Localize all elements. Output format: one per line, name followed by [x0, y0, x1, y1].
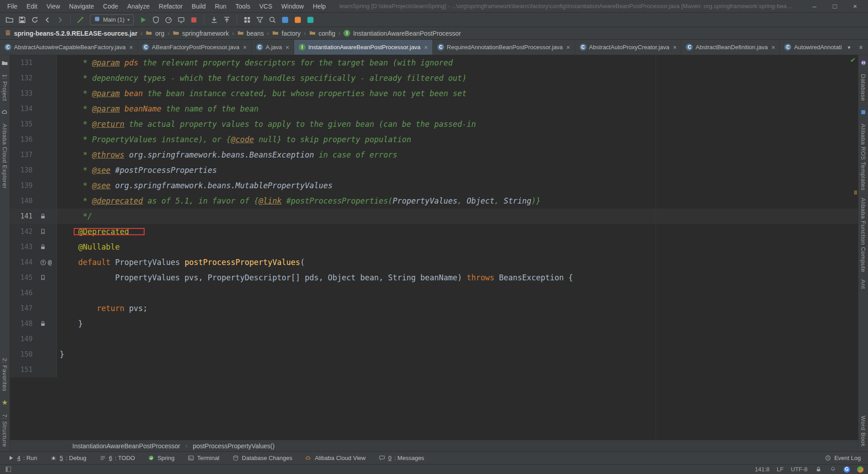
- menu-file[interactable]: File: [3, 3, 22, 10]
- toolwindow-button--messages[interactable]: 0: Messages: [378, 455, 424, 462]
- line-number[interactable]: 150: [10, 347, 37, 362]
- code-line[interactable]: 149: [10, 331, 858, 347]
- run-config-combo[interactable]: Main (1)▾: [90, 14, 134, 25]
- breadcrumb-item[interactable]: springframework: [173, 29, 229, 37]
- line-number[interactable]: 146: [10, 285, 37, 301]
- code-line[interactable]: 131 * @param pds the relevant property d…: [10, 55, 858, 70]
- editor-breadcrumb-item[interactable]: InstantiationAwareBeanPostProcessor: [72, 442, 180, 450]
- breadcrumb-item[interactable]: IInstantiationAwareBeanPostProcessor: [343, 30, 461, 37]
- code-line[interactable]: 142 @Deprecated: [10, 224, 858, 239]
- line-number[interactable]: 139: [10, 178, 37, 193]
- editor-breadcrumb-item[interactable]: postProcessPropertyValues(): [193, 442, 275, 450]
- toolwindow-button-database[interactable]: Database: [860, 74, 867, 101]
- breadcrumb-item[interactable]: factory: [272, 29, 300, 37]
- maven-icon[interactable]: [859, 59, 868, 67]
- code-line[interactable]: 147 return pvs;: [10, 301, 858, 316]
- network-plugin-icon[interactable]: [857, 466, 863, 473]
- toolwindow-button-1-project[interactable]: 1: Project: [1, 74, 8, 101]
- stop-icon[interactable]: [188, 14, 200, 26]
- tab-abeanfactorypostprocessor-java[interactable]: CABeanFactoryPostProcessor.java×: [138, 40, 252, 55]
- line-number[interactable]: 132: [10, 70, 37, 86]
- profiler-icon[interactable]: [163, 14, 174, 26]
- tab-instantiationawarebeanpostprocessor-java[interactable]: IInstantiationAwareBeanPostProcessor.jav…: [294, 40, 433, 55]
- line-number[interactable]: 136: [10, 132, 37, 147]
- line-number[interactable]: 148: [10, 316, 37, 331]
- cleanup-icon[interactable]: [75, 14, 86, 26]
- toolwindow-button-7-structure[interactable]: 7: Structure: [1, 414, 8, 447]
- project-folder-icon[interactable]: [1, 59, 9, 67]
- line-number[interactable]: 131: [10, 55, 37, 70]
- code-line[interactable]: 134 * @param beanName the name of the be…: [10, 101, 858, 116]
- menu-edit[interactable]: Edit: [22, 3, 42, 10]
- line-number[interactable]: 137: [10, 147, 37, 163]
- breadcrumb-item[interactable]: config: [309, 29, 335, 37]
- toolwindow-button-word-book[interactable]: Word Book: [860, 416, 867, 447]
- toolwindow-button--todo[interactable]: 6: TODO: [99, 455, 135, 462]
- code-line[interactable]: 145 PropertyValues pvs, PropertyDescript…: [10, 270, 858, 285]
- lock-icon[interactable]: [39, 243, 47, 251]
- code-line[interactable]: 133 * @param bean the bean instance crea…: [10, 86, 858, 101]
- menu-analyze[interactable]: Analyze: [123, 3, 155, 10]
- dump-icon[interactable]: [175, 14, 187, 26]
- ros-icon[interactable]: [859, 108, 868, 116]
- line-number[interactable]: 144: [10, 255, 37, 270]
- close-icon[interactable]: ×: [129, 44, 133, 51]
- forward-icon[interactable]: [54, 14, 66, 26]
- toolwindow-button-alibaba-function-compute[interactable]: Alibaba Function Compute: [860, 198, 867, 272]
- breadcrumb-item[interactable]: spring-beans-5.2.9.RELEASE-sources.jar: [5, 29, 137, 37]
- toolwindow-button-2-favorites[interactable]: 2: Favorites: [1, 358, 8, 391]
- code-line[interactable]: 139 * @see org.springframework.beans.Mut…: [10, 178, 858, 193]
- tab-autowiredannotationbea[interactable]: CAutowiredAnnotationBea: [780, 40, 842, 55]
- code-line[interactable]: 144@ default PropertyValues postProcessP…: [10, 255, 858, 270]
- toolwindow-button-alibaba-ros-templates[interactable]: Alibaba ROS Templates: [860, 124, 867, 191]
- hidden-tabs-icon[interactable]: ▾: [845, 43, 854, 52]
- alibaba-teal-icon[interactable]: [305, 14, 316, 26]
- tab-a-java[interactable]: CA.java×: [252, 40, 294, 55]
- minimize-button[interactable]: –: [804, 2, 825, 10]
- line-number[interactable]: 141: [10, 209, 37, 224]
- implement-icon[interactable]: [39, 259, 47, 266]
- toolwindow-button-spring[interactable]: Spring: [148, 455, 175, 462]
- line-number[interactable]: 143: [10, 239, 37, 255]
- close-icon[interactable]: ×: [566, 44, 570, 51]
- toolwindow-button-terminal[interactable]: Terminal: [187, 455, 219, 462]
- code-line[interactable]: 140 * @deprecated as of 5.1, in favor of…: [10, 193, 858, 209]
- tab-list-icon[interactable]: ≡: [856, 43, 865, 52]
- alibaba-blue-icon[interactable]: [279, 14, 291, 26]
- notification-icon[interactable]: [829, 466, 836, 473]
- maximize-button[interactable]: □: [825, 2, 845, 10]
- tab-abstractautowirecapablebeanfactory-java[interactable]: CAbstractAutowireCapableBeanFactory.java…: [0, 40, 138, 55]
- alibaba-orange-icon[interactable]: [292, 14, 304, 26]
- caret-position[interactable]: 141:8: [755, 466, 769, 473]
- coverage-icon[interactable]: [150, 14, 162, 26]
- menu-window[interactable]: Window: [277, 3, 309, 10]
- toolwindow-button-event-log[interactable]: Event Log: [824, 455, 861, 462]
- code-editor[interactable]: 131 * @param pds the relevant property d…: [10, 55, 858, 440]
- breadcrumb-item[interactable]: beans: [237, 29, 264, 37]
- close-icon[interactable]: ×: [673, 44, 676, 51]
- close-icon[interactable]: ×: [286, 44, 289, 51]
- back-icon[interactable]: [42, 14, 53, 26]
- line-number[interactable]: 149: [10, 331, 37, 347]
- star-icon[interactable]: ★: [1, 399, 9, 407]
- menu-help[interactable]: Help: [308, 3, 330, 10]
- run-icon[interactable]: [137, 14, 149, 26]
- tab-abstractbeandefinition-java[interactable]: CAbstractBeanDefinition.java×: [681, 40, 780, 55]
- toolwindow-button--run[interactable]: 4: Run: [7, 455, 37, 462]
- code-line[interactable]: 141 */: [10, 209, 858, 224]
- bookmark-icon[interactable]: [39, 274, 47, 281]
- translate-icon[interactable]: G: [844, 466, 850, 473]
- code-line[interactable]: 138 * @see #postProcessProperties: [10, 163, 858, 178]
- line-number[interactable]: 134: [10, 101, 37, 116]
- menu-code[interactable]: Code: [99, 3, 122, 10]
- cloud-box-icon[interactable]: [1, 108, 9, 116]
- code-line[interactable]: 136 * PropertyValues instance), or {@cod…: [10, 132, 858, 147]
- lock-icon[interactable]: [39, 213, 47, 220]
- close-button[interactable]: ×: [845, 2, 865, 10]
- menu-navigate[interactable]: Navigate: [65, 3, 99, 10]
- layout-icon[interactable]: [241, 14, 253, 26]
- menu-view[interactable]: View: [42, 3, 65, 10]
- code-line[interactable]: 148 }: [10, 316, 858, 331]
- menu-tools[interactable]: Tools: [231, 3, 255, 10]
- line-number[interactable]: 147: [10, 301, 37, 316]
